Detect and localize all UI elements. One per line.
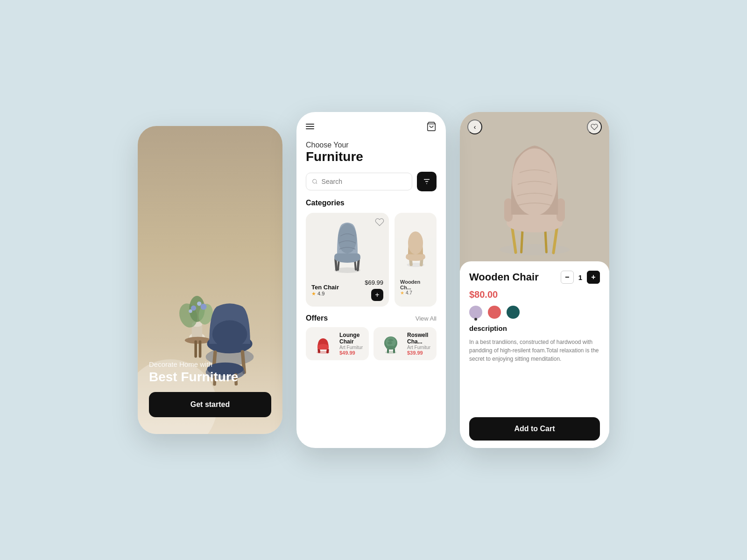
svg-rect-45: [317, 345, 329, 350]
svg-rect-11: [194, 340, 197, 357]
lounge-chair-brand: Art Furnitur: [339, 345, 363, 350]
lounge-chair-image: [311, 332, 335, 356]
roswell-chair-info: Roswell Cha... Art Furnitur $39.99: [407, 332, 431, 356]
detail-info-section: Wooden Chair − 1 + $80.00 description In…: [460, 261, 609, 448]
svg-point-61: [512, 148, 557, 216]
svg-point-51: [386, 346, 395, 350]
ten-chair-rating: ★ 4.9: [311, 291, 339, 297]
cart-icon[interactable]: [426, 121, 437, 132]
roswell-chair-price: $39.99: [407, 350, 431, 356]
svg-point-10: [185, 337, 211, 344]
back-button[interactable]: ‹: [467, 119, 482, 134]
ten-chair-add-button[interactable]: +: [371, 289, 383, 301]
menu-icon[interactable]: [306, 124, 314, 129]
description-text: In a best trandiions, constructed of har…: [469, 338, 600, 363]
svg-point-15: [212, 320, 247, 348]
svg-point-52: [500, 244, 570, 255]
svg-rect-48: [393, 349, 395, 353]
qty-plus-button[interactable]: +: [587, 271, 600, 284]
ten-chair-price: $69.99: [365, 279, 383, 286]
ten-chair-image: [311, 218, 383, 274]
landing-title: Best Furniture: [149, 370, 271, 385]
browse-header: [296, 112, 446, 136]
product-name: Wooden Chair: [469, 271, 539, 283]
color-red[interactable]: [488, 306, 501, 319]
wooden-chair-name: Wooden Ch...: [400, 279, 431, 290]
offer-roswell-chair[interactable]: Roswell Cha... Art Furnitur $39.99: [374, 327, 437, 360]
svg-point-23: [313, 179, 317, 183]
browse-title-section: Choose Your Furniture: [296, 136, 446, 172]
search-row: [296, 172, 446, 199]
roswell-chair-name: Roswell Cha...: [407, 332, 431, 345]
landing-subtitle: Decorate Home with: [149, 360, 271, 368]
ten-chair-info: Ten Chair ★ 4.9 $69.99 +: [311, 279, 383, 301]
offer-lounge-chair[interactable]: Lounge Chair Art Furnitur $49.99: [306, 327, 369, 360]
heart-detail-icon: [591, 123, 598, 131]
detail-image-section: ‹: [460, 112, 609, 271]
wooden-chair-image: [400, 218, 431, 274]
add-to-cart-button[interactable]: Add to Cart: [469, 417, 600, 441]
phone-landing: Decorate Home with Best Furniture Get st…: [138, 126, 282, 434]
ten-chair-name: Ten Chair: [311, 284, 339, 291]
lounge-chair-info: Lounge Chair Art Furnitur $49.99: [339, 332, 363, 356]
offers-row: Offers View All: [296, 314, 446, 327]
search-input[interactable]: [322, 178, 406, 185]
qty-minus-button[interactable]: −: [561, 271, 574, 284]
svg-rect-39: [406, 254, 425, 259]
lounge-chair-name: Lounge Chair: [339, 332, 363, 345]
lounge-chair-price: $49.99: [339, 350, 363, 356]
color-teal[interactable]: [507, 306, 520, 319]
filter-icon: [423, 177, 431, 186]
svg-point-7: [197, 301, 201, 306]
svg-point-40: [408, 231, 423, 254]
view-all-button[interactable]: View All: [416, 315, 437, 322]
product-price: $80.00: [469, 289, 600, 300]
wishlist-button[interactable]: [587, 119, 602, 134]
roswell-chair-image: [379, 332, 402, 356]
choose-text: Choose Your: [306, 141, 437, 149]
categories-label: Categories: [296, 199, 446, 213]
svg-rect-33: [334, 253, 360, 260]
search-input-wrap[interactable]: [306, 173, 412, 190]
color-lavender[interactable]: [469, 306, 482, 319]
color-selector: [469, 306, 600, 319]
quantity-control: − 1 +: [561, 271, 600, 284]
svg-point-8: [200, 304, 206, 310]
quantity-display: 1: [578, 273, 582, 281]
detail-title-row: Wooden Chair − 1 +: [469, 271, 600, 284]
furniture-title: Furniture: [306, 149, 437, 164]
categories-row: Ten Chair ★ 4.9 $69.99 +: [296, 213, 446, 314]
description-label: description: [469, 324, 600, 332]
roswell-chair-brand: Art Furnitur: [407, 345, 431, 350]
phone-browse: Choose Your Furniture Categories: [296, 112, 446, 448]
heart-icon[interactable]: [375, 217, 384, 227]
svg-point-9: [189, 309, 192, 313]
landing-text: Decorate Home with Best Furniture: [149, 360, 271, 385]
svg-rect-12: [199, 340, 202, 357]
get-started-button[interactable]: Get started: [149, 392, 271, 417]
category-card-wooden-chair[interactable]: Wooden Ch... ★ 4.7: [395, 213, 437, 307]
filter-button[interactable]: [417, 172, 437, 191]
offers-label: Offers: [306, 314, 328, 322]
search-icon: [312, 178, 318, 185]
offers-list: Lounge Chair Art Furnitur $49.99: [296, 327, 446, 360]
category-card-ten-chair[interactable]: Ten Chair ★ 4.9 $69.99 +: [306, 213, 389, 307]
product-chair-svg: [479, 126, 591, 257]
phone-detail: ‹: [460, 112, 609, 448]
